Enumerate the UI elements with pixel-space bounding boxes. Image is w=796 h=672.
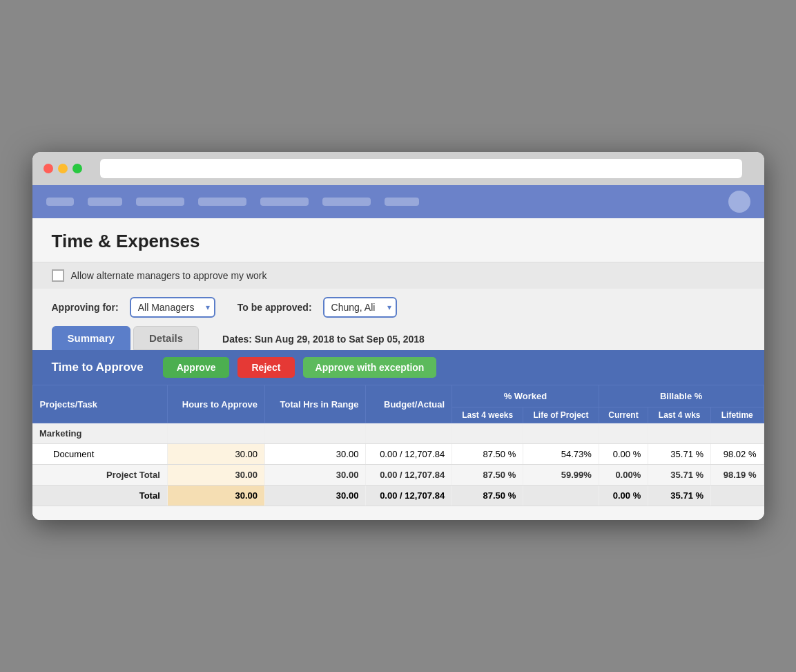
doc-pct-life: 54.73%: [523, 444, 599, 465]
tabs-row: Summary Details Dates: Sun Aug 29, 2018 …: [32, 326, 764, 350]
group-row-marketing: Marketing: [32, 423, 764, 444]
checkbox-label: Allow alternate managers to approve my w…: [71, 270, 267, 281]
approve-bar-title: Time to Approve: [52, 361, 144, 374]
tab-summary[interactable]: Summary: [52, 326, 130, 350]
col-total-hrs: Total Hrs in Range: [265, 385, 366, 423]
col-pct-worked: % Worked: [452, 385, 599, 407]
proj-hours-to-approve: 30.00: [167, 465, 264, 486]
checkbox-row: Allow alternate managers to approve my w…: [32, 262, 764, 289]
page-header: Time & Expenses: [32, 218, 764, 262]
total-hours-to-approve: 30.00: [167, 486, 264, 506]
traffic-light-red[interactable]: [43, 164, 53, 173]
proj-total-hrs: 30.00: [265, 465, 366, 486]
total-pct-life: [523, 486, 599, 506]
proj-bill-lifetime: 98.19 %: [711, 465, 764, 486]
doc-hours-to-approve: 30.00: [167, 444, 264, 465]
nav-item-5[interactable]: [260, 198, 309, 206]
col-billable-pct: Billable %: [599, 385, 764, 407]
doc-budget-actual: 0.00 / 12,707.84: [366, 444, 452, 465]
traffic-lights: [43, 164, 82, 173]
page-content: Allow alternate managers to approve my w…: [32, 262, 764, 520]
approve-button[interactable]: Approve: [163, 357, 230, 378]
table-row-total: Total 30.00 30.00 0.00 / 12,707.84 87.50…: [32, 486, 764, 506]
nav-item-7[interactable]: [385, 198, 419, 206]
browser-window: Time & Expenses Allow alternate managers…: [32, 152, 764, 520]
total-bill-last4: 35.71 %: [648, 486, 711, 506]
group-hours-empty: [167, 423, 264, 444]
table-header-row: Projects/Task Hours to Approve Total Hrs…: [32, 385, 764, 407]
nav-item-2[interactable]: [88, 198, 122, 206]
subh-life-of-project: Life of Project: [523, 407, 599, 423]
total-budget-actual: 0.00 / 12,707.84: [366, 486, 452, 506]
approve-with-exception-button[interactable]: Approve with exception: [303, 357, 437, 378]
nav-item-6[interactable]: [322, 198, 371, 206]
filter-row: Approving for: All Managers To be approv…: [32, 289, 764, 326]
proj-bill-last4: 35.71 %: [648, 465, 711, 486]
col-budget-actual: Budget/Actual: [366, 385, 452, 423]
subh-last4wks: Last 4 wks: [648, 407, 711, 423]
nav-item-4[interactable]: [198, 198, 246, 206]
total-pct-last4: 87.50 %: [452, 486, 523, 506]
alternate-managers-checkbox[interactable]: [52, 269, 64, 282]
approving-for-select[interactable]: All Managers: [130, 297, 215, 318]
total-total-hrs: 30.00: [265, 486, 366, 506]
nav-item-1[interactable]: [46, 198, 74, 206]
doc-bill-lifetime: 98.02 %: [711, 444, 764, 465]
table-row-document: Document 30.00 30.00 0.00 / 12,707.84 87…: [32, 444, 764, 465]
col-hours-to-approve: Hours to Approve: [167, 385, 264, 423]
group-pct-last4-empty: [452, 423, 523, 444]
table-row-project-total: Project Total 30.00 30.00 0.00 / 12,707.…: [32, 465, 764, 486]
address-bar[interactable]: [100, 159, 742, 178]
approve-bar: Time to Approve Approve Reject Approve w…: [32, 350, 764, 385]
total-bill-current: 0.00 %: [599, 486, 648, 506]
group-name-marketing: Marketing: [32, 423, 167, 444]
subh-last4weeks: Last 4 weeks: [452, 407, 523, 423]
subh-lifetime: Lifetime: [711, 407, 764, 423]
doc-bill-last4: 35.71 %: [648, 444, 711, 465]
group-bill-last4-empty: [648, 423, 711, 444]
group-budget-empty: [366, 423, 452, 444]
table-container: Projects/Task Hours to Approve Total Hrs…: [32, 385, 764, 520]
group-pct-life-empty: [523, 423, 599, 444]
col-projects-task: Projects/Task: [32, 385, 167, 423]
total-bill-lifetime: [711, 486, 764, 506]
to-be-approved-select[interactable]: Chung, Ali: [323, 297, 397, 318]
group-bill-current-empty: [599, 423, 648, 444]
dates-label: Dates: Sun Aug 29, 2018 to Sat Sep 05, 2…: [222, 334, 425, 350]
reject-button[interactable]: Reject: [237, 357, 294, 378]
group-bill-lifetime-empty: [711, 423, 764, 444]
total-label: Total: [32, 486, 167, 506]
browser-chrome: [32, 152, 764, 185]
doc-total-hrs: 30.00: [265, 444, 366, 465]
proj-bill-current: 0.00%: [599, 465, 648, 486]
traffic-light-yellow[interactable]: [58, 164, 68, 173]
nav-bar: [32, 185, 764, 218]
page-title: Time & Expenses: [52, 231, 745, 252]
approving-for-select-wrapper[interactable]: All Managers: [130, 297, 215, 318]
proj-pct-last4: 87.50 %: [452, 465, 523, 486]
proj-pct-life: 59.99%: [523, 465, 599, 486]
table-body: Marketing Document 30.00 30: [32, 423, 764, 506]
group-total-empty: [265, 423, 366, 444]
traffic-light-green[interactable]: [72, 164, 82, 173]
to-be-approved-select-wrapper[interactable]: Chung, Ali: [323, 297, 397, 318]
approving-for-label: Approving for:: [52, 302, 119, 313]
nav-avatar[interactable]: [728, 191, 750, 213]
proj-budget-actual: 0.00 / 12,707.84: [366, 465, 452, 486]
nav-item-3[interactable]: [136, 198, 184, 206]
project-total-label: Project Total: [32, 465, 167, 486]
doc-bill-current: 0.00 %: [599, 444, 648, 465]
tab-details[interactable]: Details: [133, 326, 199, 350]
subh-current: Current: [599, 407, 648, 423]
doc-pct-last4: 87.50 %: [452, 444, 523, 465]
to-be-approved-label: To be approved:: [237, 302, 312, 313]
task-name-document: Document: [32, 444, 167, 465]
time-table: Projects/Task Hours to Approve Total Hrs…: [32, 385, 764, 506]
